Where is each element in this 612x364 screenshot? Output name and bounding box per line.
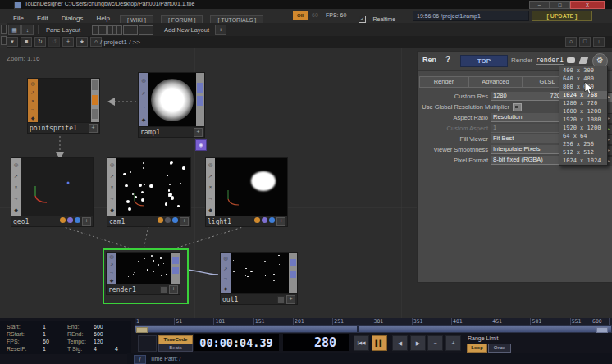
tab-advanced[interactable]: Advanced <box>468 76 523 88</box>
node-out1[interactable]: ◎↗→◆ out1 + <box>220 252 298 305</box>
add-layout-button[interactable]: + <box>215 25 226 35</box>
maximize-pane-icon[interactable]: □ <box>579 37 591 47</box>
grid-icon[interactable]: ▦ <box>8 25 21 35</box>
node-flag-blue[interactable] <box>75 217 80 223</box>
bookmark-star-icon[interactable]: ★ <box>76 37 88 47</box>
sidebar-op-icon[interactable]: ◆ <box>224 285 228 291</box>
sidebar-op-icon[interactable]: ◆ <box>208 207 212 212</box>
node-name-bar[interactable]: light1 + <box>205 216 288 227</box>
sidebar-op-icon[interactable]: ↗ <box>141 90 145 96</box>
node-connectors[interactable] <box>171 253 180 284</box>
current-frame-display[interactable]: 280 <box>283 334 349 351</box>
sidebar-op-icon[interactable]: ↗ <box>14 173 18 179</box>
sidebar-op-icon[interactable]: → <box>30 107 35 111</box>
param-menu-field[interactable]: Interpolate Pixels <box>491 145 562 154</box>
node-viewer[interactable] <box>215 158 287 216</box>
node-viewer[interactable] <box>148 73 196 126</box>
resolution-option[interactable]: 1600 x 1200 <box>559 107 607 116</box>
node-name-bar[interactable]: out1 + <box>220 294 298 305</box>
node-connectors[interactable] <box>289 253 297 293</box>
sidebar-op-icon[interactable]: ◆ <box>110 277 114 283</box>
expand-plus-button[interactable]: + <box>276 217 285 226</box>
sidebar-op-icon[interactable]: ◎ <box>141 77 145 83</box>
param-value-field[interactable]: 1280 <box>491 92 536 101</box>
sidebar-op-icon[interactable]: ◆ <box>31 115 35 121</box>
node-flag-blue[interactable] <box>172 217 178 223</box>
node-geo1[interactable]: ◎↗×→◆ geo1 + <box>11 157 94 227</box>
layout-preset-grid[interactable] <box>139 25 153 35</box>
sidebar-op-icon[interactable]: → <box>14 196 19 201</box>
node-connectors[interactable] <box>91 79 99 122</box>
node-name-bar[interactable]: cam1 + <box>107 216 191 227</box>
tab-render[interactable]: Render <box>419 76 468 88</box>
node-name-field[interactable]: render1 <box>536 57 564 65</box>
node-flag-dim[interactable] <box>165 217 171 223</box>
loop-button[interactable]: Loop <box>467 344 487 353</box>
expand-plus-button[interactable]: + <box>169 285 178 294</box>
top-output-connector[interactable] <box>290 259 296 266</box>
sidebar-op-icon[interactable]: ↗ <box>208 173 212 179</box>
minimize-button[interactable]: – <box>529 1 550 9</box>
sidebar-op-icon[interactable]: ◎ <box>110 162 114 167</box>
once-button[interactable]: Once <box>488 344 511 353</box>
top-output-connector[interactable] <box>172 267 179 274</box>
param-menu-field[interactable]: 1 <box>491 124 562 133</box>
node-flag-orange[interactable] <box>254 217 260 223</box>
palette-chip-icon[interactable]: ◈ <box>195 139 207 151</box>
frame-slider[interactable] <box>135 325 612 333</box>
language-icon[interactable] <box>579 57 589 64</box>
layout-preset-single[interactable] <box>92 25 107 35</box>
play-reverse-button[interactable]: ◀ <box>392 335 408 351</box>
resolution-option[interactable]: 64 x 64 <box>559 132 607 140</box>
node-viewer[interactable] <box>231 253 289 293</box>
resolution-option[interactable]: 1024 x 768 <box>559 91 607 99</box>
sidebar-op-icon[interactable]: ◆ <box>142 116 146 122</box>
sidebar-op-icon[interactable]: → <box>208 196 213 201</box>
resolution-option[interactable]: 1280 x 720 <box>559 99 607 107</box>
node-flag-purple[interactable] <box>262 217 267 223</box>
connector[interactable] <box>92 80 98 90</box>
node-sidebar-icons[interactable]: ◎↗×→◆ <box>28 79 38 122</box>
step-back-button[interactable]: − <box>427 335 443 351</box>
add-icon[interactable]: + <box>62 37 74 47</box>
play-forward-button[interactable]: ▶ <box>410 335 426 351</box>
sidebar-op-icon[interactable]: → <box>110 196 115 201</box>
node-sidebar-icons[interactable]: ◎↗→◆ <box>221 253 231 293</box>
sidebar-op-icon[interactable]: ◆ <box>14 207 18 212</box>
node-sidebar-icons[interactable]: ◎↗→◆ <box>107 253 116 284</box>
sidebar-op-icon[interactable]: ◎ <box>208 162 212 167</box>
sidebar-op-icon[interactable]: ◎ <box>109 253 113 259</box>
expand-plus-button[interactable]: + <box>286 295 295 304</box>
resolution-option[interactable]: 256 x 256 <box>559 140 607 148</box>
node-sidebar-icons[interactable]: ◎↗×→◆ <box>107 158 116 216</box>
collapse-pane-icon[interactable]: ↓ <box>593 37 605 47</box>
circle-icon[interactable]: ○ <box>565 37 577 47</box>
expand-plus-button[interactable]: + <box>180 217 189 226</box>
update-button[interactable]: [ UPDATE ] <box>532 11 592 21</box>
node-flag-purple[interactable] <box>67 217 73 223</box>
network-editor[interactable]: Zoom: 1.16 ◎↗×→◆ <box>0 48 612 318</box>
playhead[interactable] <box>357 326 359 332</box>
node-viewer[interactable] <box>21 158 93 216</box>
node-name-bar[interactable]: ramp1 + <box>138 127 205 138</box>
sidebar-op-icon[interactable]: → <box>109 270 114 275</box>
node-sidebar-icons[interactable]: ◎↗×→◆ <box>206 158 215 216</box>
node-sidebar-icons[interactable]: ◎↗→◆ <box>139 73 148 126</box>
node-viewer[interactable] <box>116 158 190 216</box>
dropdown-arrow-icon[interactable]: ▾ <box>7 37 18 47</box>
step-forward-button[interactable]: + <box>445 335 461 351</box>
sidebar-op-icon[interactable]: → <box>223 275 228 280</box>
resolution-option[interactable]: 400 x 300 <box>559 66 607 75</box>
stop-icon[interactable]: ■ <box>21 37 32 47</box>
expand-plus-button[interactable]: + <box>82 217 91 226</box>
node-render1[interactable]: ◎↗→◆ render1 + <box>106 252 180 295</box>
sidebar-op-icon[interactable]: ↗ <box>223 266 227 271</box>
resolution-option[interactable]: 1024 x 1024 <box>559 157 607 165</box>
node-name-bar[interactable]: pointsprite1 + <box>27 123 100 134</box>
time-path-button[interactable]: / <box>134 355 146 364</box>
node-light1[interactable]: ◎↗×→◆ light1 + <box>205 157 288 227</box>
sidebar-op-icon[interactable]: ↗ <box>110 173 114 179</box>
op-family-button[interactable]: TOP <box>460 55 508 67</box>
node-render1-selection[interactable]: ◎↗→◆ render1 + <box>103 248 189 304</box>
node-connectors[interactable] <box>196 73 204 126</box>
